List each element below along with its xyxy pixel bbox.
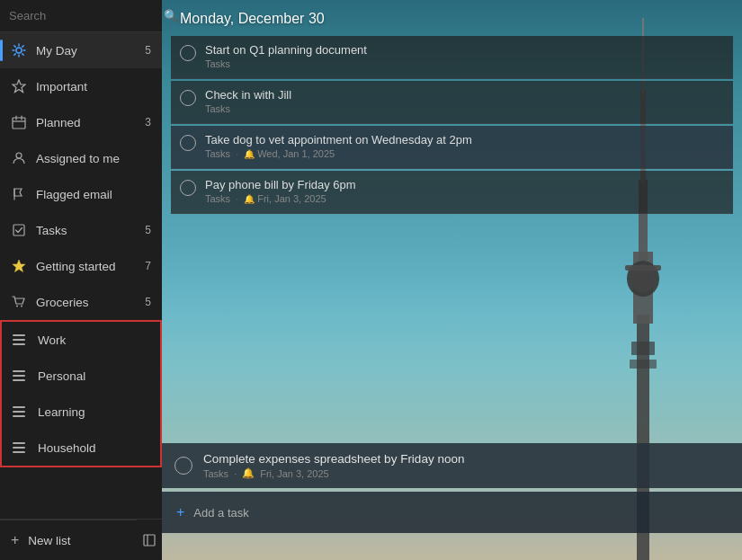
clock-icon-small: 🔔	[242, 467, 255, 479]
sun-icon	[11, 42, 27, 58]
clock-icon: 🔔	[244, 149, 255, 159]
list-icon-learning	[13, 404, 29, 420]
task-due-date: 🔔 Fri, Jan 3, 2025	[244, 193, 326, 204]
task-list-name: Tasks	[205, 148, 230, 159]
task-content: Start on Q1 planning document Tasks	[205, 43, 724, 69]
task-title: Check in with Jill	[205, 88, 724, 102]
task-meta: Tasks	[205, 103, 724, 114]
date-text: Monday, December 30	[180, 11, 325, 26]
date-header: Monday, December 30	[180, 11, 325, 27]
svg-point-0	[16, 48, 22, 53]
svg-rect-19	[144, 535, 155, 546]
svg-line-6	[22, 54, 23, 55]
task-content: Take dog to vet appointment on Wednesday…	[205, 133, 724, 159]
star-icon	[11, 78, 27, 94]
sidebar-item-getting-started-label: Getting started	[36, 260, 128, 273]
task-due-date: 🔔 Wed, Jan 1, 2025	[244, 148, 335, 159]
task-list-name: Tasks	[205, 103, 230, 114]
sidebar-item-learning-label: Learning	[38, 405, 149, 419]
list-icon-household	[13, 440, 29, 456]
task-due-text: Wed, Jan 1, 2025	[257, 148, 335, 159]
sidebar-item-household[interactable]: Household	[2, 430, 160, 466]
search-icon: 🔍	[164, 9, 178, 22]
task-content: Check in with Jill Tasks	[205, 88, 724, 114]
sidebar-item-planned-label: Planned	[36, 116, 128, 129]
sidebar-item-work[interactable]: Work	[2, 322, 160, 358]
sidebar-item-work-label: Work	[38, 333, 149, 347]
sidebar-item-getting-started-badge: 7	[137, 260, 151, 272]
add-task-bar[interactable]: + Add a task	[162, 492, 742, 533]
sidebar-item-groceries[interactable]: Groceries 5	[0, 284, 162, 320]
sidebar-item-my-day-label: My Day	[36, 44, 128, 58]
new-list-label: New list	[28, 534, 70, 547]
svg-line-8	[14, 54, 15, 55]
sidebar-item-flagged[interactable]: Flagged email	[0, 176, 162, 212]
svg-line-5	[14, 46, 15, 47]
add-task-label: Add a task	[193, 506, 248, 520]
add-task-icon: +	[176, 504, 184, 520]
new-list-button[interactable]: + New list	[0, 520, 137, 560]
search-bar[interactable]: 🔍	[0, 0, 162, 32]
sidebar-item-flagged-label: Flagged email	[36, 188, 128, 201]
task-title: Start on Q1 planning document	[205, 43, 724, 57]
sidebar-item-planned-badge: 3	[137, 116, 151, 129]
main-content: Monday, December 30 Start on Q1 planning…	[162, 0, 742, 560]
person-icon	[11, 150, 27, 166]
svg-rect-29	[631, 342, 655, 355]
custom-lists-section: Work Personal Learning	[0, 320, 162, 467]
sidebar-item-assigned-label: Assigned to me	[36, 152, 128, 165]
task-title: Pay phone bill by Friday 6pm	[205, 178, 724, 191]
sidebar-item-my-day[interactable]: My Day 5	[0, 32, 162, 68]
task-content: Pay phone bill by Friday 6pm Tasks · 🔔 F…	[205, 178, 724, 204]
checkmark-icon	[11, 222, 27, 238]
task-meta: Tasks · 🔔 Fri, Jan 3, 2025	[205, 193, 724, 204]
table-row: Pay phone bill by Friday 6pm Tasks · 🔔 F…	[171, 171, 733, 214]
table-row: Take dog to vet appointment on Wednesday…	[171, 126, 733, 169]
calendar-icon	[11, 114, 27, 130]
task-complete-button[interactable]	[180, 135, 196, 151]
svg-point-17	[16, 306, 18, 307]
sidebar-item-household-label: Household	[38, 441, 149, 455]
sidebar-item-getting-started[interactable]: Getting started 7	[0, 248, 162, 284]
svg-marker-9	[13, 80, 25, 93]
plus-icon: +	[11, 532, 19, 548]
sidebar-item-planned[interactable]: Planned 3	[0, 104, 162, 140]
list-icon-work	[13, 332, 29, 348]
sidebar-item-groceries-label: Groceries	[36, 296, 128, 309]
sidebar-item-assigned[interactable]: Assigned to me	[0, 140, 162, 176]
sidebar: 🔍 My Day 5	[0, 0, 162, 560]
cart-icon	[11, 294, 27, 310]
nav-items-list: My Day 5 Important Plann	[0, 32, 162, 519]
task-due-text: Fri, Jan 3, 2025	[257, 193, 326, 204]
sidebar-item-learning[interactable]: Learning	[2, 394, 160, 430]
featured-task-meta: Tasks · 🔔 Fri, Jan 3, 2025	[203, 467, 464, 479]
sidebar-item-my-day-badge: 5	[137, 44, 151, 57]
svg-point-14	[16, 153, 22, 158]
table-row: Start on Q1 planning document Tasks	[171, 36, 733, 79]
featured-task-complete-button[interactable]	[174, 457, 192, 475]
sidebar-item-tasks[interactable]: Tasks 5	[0, 212, 162, 248]
svg-rect-30	[630, 360, 657, 369]
expand-sidebar-button[interactable]	[137, 528, 162, 553]
featured-task: Complete expenses spreadsheet by Friday …	[162, 443, 742, 488]
tasks-overlay: Start on Q1 planning document Tasks Chec…	[162, 36, 742, 216]
task-meta: Tasks · 🔔 Wed, Jan 1, 2025	[205, 148, 724, 159]
flag-icon	[11, 186, 27, 202]
task-title: Take dog to vet appointment on Wednesday…	[205, 133, 724, 147]
svg-point-18	[21, 306, 22, 307]
task-complete-button[interactable]	[180, 180, 196, 196]
table-row: Check in with Jill Tasks	[171, 81, 733, 124]
task-list-name: Tasks	[205, 193, 230, 204]
sidebar-item-personal[interactable]: Personal	[2, 358, 160, 394]
task-complete-button[interactable]	[180, 90, 196, 106]
featured-task-list: Tasks	[203, 468, 228, 479]
sidebar-item-tasks-label: Tasks	[36, 224, 128, 237]
search-input[interactable]	[9, 9, 160, 22]
task-complete-button[interactable]	[180, 45, 196, 61]
sidebar-item-important-label: Important	[36, 80, 128, 93]
sidebar-item-important[interactable]: Important	[0, 68, 162, 104]
sidebar-item-personal-label: Personal	[38, 369, 149, 383]
sidebar-item-groceries-badge: 5	[137, 296, 151, 308]
task-list-name: Tasks	[205, 58, 230, 69]
star-filled-icon	[11, 258, 27, 274]
